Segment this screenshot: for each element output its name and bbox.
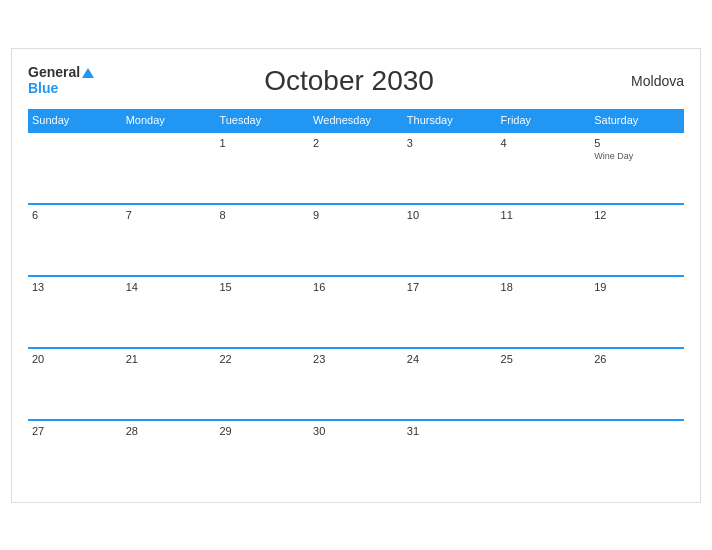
day-number: 13 bbox=[32, 281, 118, 293]
day-number: 14 bbox=[126, 281, 212, 293]
weekday-header-monday: Monday bbox=[122, 109, 216, 132]
calendar-cell: 7 bbox=[122, 204, 216, 276]
day-number: 10 bbox=[407, 209, 493, 221]
calendar-cell: 26 bbox=[590, 348, 684, 420]
calendar-cell: 6 bbox=[28, 204, 122, 276]
event-label: Wine Day bbox=[594, 151, 680, 161]
country-label: Moldova bbox=[604, 73, 684, 89]
logo-blue: Blue bbox=[28, 81, 58, 96]
calendar-cell: 20 bbox=[28, 348, 122, 420]
calendar-cell: 31 bbox=[403, 420, 497, 492]
calendar-cell bbox=[590, 420, 684, 492]
calendar-cell: 14 bbox=[122, 276, 216, 348]
day-number: 30 bbox=[313, 425, 399, 437]
day-number: 9 bbox=[313, 209, 399, 221]
calendar-header: General Blue October 2030 Moldova bbox=[28, 65, 684, 97]
calendar-cell: 24 bbox=[403, 348, 497, 420]
day-number: 3 bbox=[407, 137, 493, 149]
calendar-cell bbox=[28, 132, 122, 204]
calendar-cell: 10 bbox=[403, 204, 497, 276]
weekday-header-thursday: Thursday bbox=[403, 109, 497, 132]
calendar-cell: 11 bbox=[497, 204, 591, 276]
day-number: 1 bbox=[219, 137, 305, 149]
calendar-cell: 13 bbox=[28, 276, 122, 348]
calendar-cell: 21 bbox=[122, 348, 216, 420]
calendar-cell: 2 bbox=[309, 132, 403, 204]
logo-area: General Blue bbox=[28, 65, 94, 96]
week-row-1: 12345Wine Day bbox=[28, 132, 684, 204]
logo-triangle-icon bbox=[82, 68, 94, 78]
calendar-cell: 19 bbox=[590, 276, 684, 348]
day-number: 15 bbox=[219, 281, 305, 293]
calendar-cell: 15 bbox=[215, 276, 309, 348]
day-number: 31 bbox=[407, 425, 493, 437]
day-number: 19 bbox=[594, 281, 680, 293]
calendar-cell: 12 bbox=[590, 204, 684, 276]
calendar-cell: 28 bbox=[122, 420, 216, 492]
weekday-header-tuesday: Tuesday bbox=[215, 109, 309, 132]
weekday-header-saturday: Saturday bbox=[590, 109, 684, 132]
calendar-cell: 3 bbox=[403, 132, 497, 204]
day-number: 20 bbox=[32, 353, 118, 365]
calendar-cell: 27 bbox=[28, 420, 122, 492]
calendar-cell bbox=[122, 132, 216, 204]
week-row-5: 2728293031 bbox=[28, 420, 684, 492]
weekday-header-friday: Friday bbox=[497, 109, 591, 132]
day-number: 27 bbox=[32, 425, 118, 437]
calendar-cell: 29 bbox=[215, 420, 309, 492]
day-number: 28 bbox=[126, 425, 212, 437]
calendar-cell: 23 bbox=[309, 348, 403, 420]
day-number: 2 bbox=[313, 137, 399, 149]
day-number: 8 bbox=[219, 209, 305, 221]
calendar-cell bbox=[497, 420, 591, 492]
calendar-cell: 1 bbox=[215, 132, 309, 204]
day-number: 4 bbox=[501, 137, 587, 149]
week-row-3: 13141516171819 bbox=[28, 276, 684, 348]
day-number: 18 bbox=[501, 281, 587, 293]
day-number: 7 bbox=[126, 209, 212, 221]
day-number: 22 bbox=[219, 353, 305, 365]
calendar-cell: 8 bbox=[215, 204, 309, 276]
calendar-cell: 25 bbox=[497, 348, 591, 420]
day-number: 24 bbox=[407, 353, 493, 365]
day-number: 23 bbox=[313, 353, 399, 365]
day-number: 25 bbox=[501, 353, 587, 365]
day-number: 6 bbox=[32, 209, 118, 221]
day-number: 17 bbox=[407, 281, 493, 293]
logo-general: General bbox=[28, 65, 80, 80]
calendar-cell: 17 bbox=[403, 276, 497, 348]
calendar-cell: 18 bbox=[497, 276, 591, 348]
calendar-cell: 4 bbox=[497, 132, 591, 204]
day-number: 21 bbox=[126, 353, 212, 365]
day-number: 5 bbox=[594, 137, 680, 149]
day-number: 12 bbox=[594, 209, 680, 221]
week-row-2: 6789101112 bbox=[28, 204, 684, 276]
calendar-cell: 30 bbox=[309, 420, 403, 492]
weekday-header-row: SundayMondayTuesdayWednesdayThursdayFrid… bbox=[28, 109, 684, 132]
calendar-title: October 2030 bbox=[94, 65, 604, 97]
calendar-container: General Blue October 2030 Moldova Sunday… bbox=[11, 48, 701, 503]
calendar-cell: 16 bbox=[309, 276, 403, 348]
calendar-cell: 9 bbox=[309, 204, 403, 276]
day-number: 29 bbox=[219, 425, 305, 437]
weekday-header-wednesday: Wednesday bbox=[309, 109, 403, 132]
weekday-header-sunday: Sunday bbox=[28, 109, 122, 132]
day-number: 26 bbox=[594, 353, 680, 365]
day-number: 11 bbox=[501, 209, 587, 221]
calendar-cell: 22 bbox=[215, 348, 309, 420]
day-number: 16 bbox=[313, 281, 399, 293]
calendar-cell: 5Wine Day bbox=[590, 132, 684, 204]
calendar-grid: SundayMondayTuesdayWednesdayThursdayFrid… bbox=[28, 109, 684, 492]
week-row-4: 20212223242526 bbox=[28, 348, 684, 420]
